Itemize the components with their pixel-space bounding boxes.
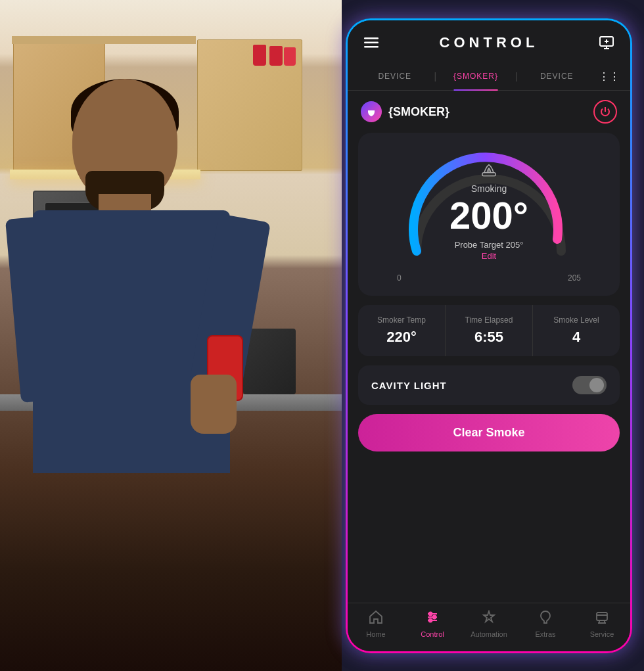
smoking-icon [449, 160, 528, 181]
stat-time-elapsed: Time Elapsed 6:55 [446, 305, 533, 356]
tab-separator-1: | [434, 71, 437, 81]
nav-extras-label: Extras [535, 630, 555, 638]
probe-target-label: Probe Target 205° [449, 240, 528, 250]
add-device-icon[interactable] [596, 32, 617, 53]
cavity-light-row: CAVITY LIGHT [358, 365, 620, 405]
app-content: {SMOKER} [348, 91, 630, 603]
stat-smoke-level: Smoke Level 4 [533, 305, 620, 356]
svg-rect-8 [482, 173, 495, 176]
nav-extras[interactable]: Extras [517, 610, 574, 638]
cabinet-shelf [12, 36, 196, 44]
svg-rect-0 [364, 37, 379, 39]
svg-point-14 [429, 619, 432, 622]
gauge-center: Smoking 200° Probe Target 205° Edit [449, 160, 528, 261]
home-icon [369, 610, 383, 628]
service-icon [595, 610, 609, 628]
svg-marker-15 [484, 611, 494, 622]
scale-min: 0 [397, 273, 402, 283]
nav-control-label: Control [421, 630, 444, 638]
device-icon [361, 101, 382, 122]
automation-icon [482, 610, 496, 628]
cavity-light-toggle[interactable] [572, 376, 607, 394]
small-appliance [243, 329, 296, 394]
toggle-knob [589, 378, 604, 392]
phone-frame: CONTROL DEVICE [346, 18, 632, 653]
svg-rect-1 [364, 42, 379, 44]
stat-smoker-temp-label: Smoker Temp [363, 315, 440, 325]
clear-smoke-button[interactable]: Clear Smoke [358, 414, 620, 451]
grid-icon[interactable]: ⋮⋮ [599, 70, 620, 83]
tabs-bar: DEVICE | {SMOKER} | DEVICE ⋮⋮ [348, 62, 630, 91]
temperature-gauge: Smoking 200° Probe Target 205° Edit 0 20… [358, 133, 620, 296]
svg-rect-17 [597, 613, 607, 620]
stat-smoker-temp-value: 220° [363, 329, 440, 346]
stat-smoke-value: 4 [538, 329, 614, 346]
tab-device-1[interactable]: DEVICE [358, 68, 432, 85]
nav-service[interactable]: Service [574, 610, 630, 638]
nav-service-label: Service [590, 630, 614, 638]
device-row: {SMOKER} [348, 91, 630, 133]
gauge-scale: 0 205 [397, 273, 581, 283]
cavity-light-label: CAVITY LIGHT [371, 380, 447, 391]
app-title: CONTROL [440, 34, 539, 51]
current-temperature: 200° [449, 197, 528, 235]
control-icon [425, 610, 440, 628]
clear-smoke-label: Clear Smoke [453, 426, 524, 439]
cup-2 [253, 45, 266, 66]
extras-icon [538, 610, 553, 628]
person [20, 79, 243, 670]
cup-3 [284, 47, 296, 66]
svg-point-12 [429, 613, 432, 616]
stat-time-label: Time Elapsed [451, 315, 527, 325]
edit-link[interactable]: Edit [449, 251, 528, 261]
cup-1 [269, 46, 283, 66]
tab-device-2[interactable]: DEVICE [520, 68, 593, 85]
svg-rect-2 [364, 46, 379, 48]
device-name: {SMOKER} [388, 105, 593, 119]
nav-home-label: Home [366, 630, 385, 638]
mode-label: Smoking [449, 183, 528, 194]
power-button[interactable] [593, 100, 617, 124]
nav-home[interactable]: Home [348, 610, 404, 638]
app-header: CONTROL [348, 20, 630, 62]
phone-display-area: CONTROL DEVICE [342, 0, 644, 671]
nav-control[interactable]: Control [404, 610, 461, 638]
stat-time-value: 6:55 [451, 329, 527, 346]
menu-icon[interactable] [361, 32, 382, 53]
tab-separator-2: | [515, 71, 518, 81]
stat-smoke-label: Smoke Level [538, 315, 614, 325]
person-hand [191, 375, 237, 434]
tab-smoker[interactable]: {SMOKER} [439, 68, 513, 85]
nav-automation[interactable]: Automation [461, 610, 517, 638]
nav-automation-label: Automation [471, 630, 507, 638]
app-screen: CONTROL DEVICE [348, 20, 630, 651]
scale-max: 205 [568, 273, 581, 283]
svg-point-13 [433, 616, 436, 619]
stats-row: Smoker Temp 220° Time Elapsed 6:55 Smoke… [358, 305, 620, 356]
bottom-navigation: Home Con [348, 603, 630, 651]
gauge-wrapper: Smoking 200° Probe Target 205° Edit [397, 139, 581, 271]
kitchen-photo [0, 0, 342, 671]
stat-smoker-temp: Smoker Temp 220° [358, 305, 446, 356]
